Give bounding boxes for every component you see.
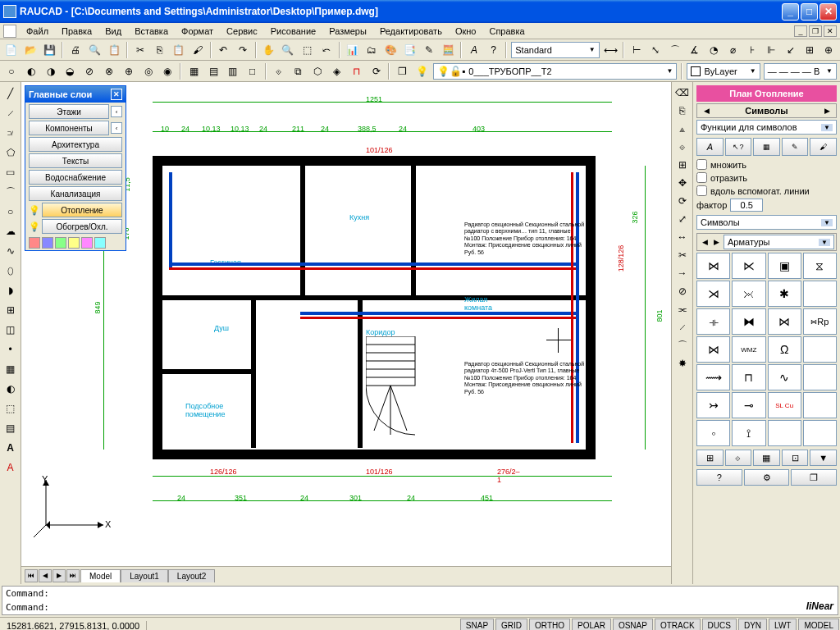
symbol-valve-13[interactable]: ⋈ — [696, 336, 730, 363]
print-icon[interactable]: 🖨 — [66, 41, 84, 59]
symbol-valve-2[interactable]: ⋉ — [732, 253, 765, 279]
insert-block-icon[interactable]: ⊞ — [2, 301, 20, 319]
layer-components-toggle[interactable]: ‹ — [111, 122, 122, 134]
symbol-valve-22[interactable]: ⊸ — [732, 392, 765, 418]
layer-swatch-5[interactable] — [81, 237, 93, 249]
fillet-icon[interactable]: ⌒ — [673, 336, 692, 354]
minimize-button[interactable]: _ — [782, 3, 799, 21]
draw-4-icon[interactable]: ◒ — [61, 62, 79, 80]
offset-icon[interactable]: ⟐ — [673, 138, 692, 156]
symbol-valve-9[interactable]: ⟛ — [696, 308, 730, 335]
symbols-dropdown[interactable]: Символы▼ — [696, 215, 837, 230]
menu-service[interactable]: Сервис — [220, 25, 264, 38]
linetype-combo[interactable]: — — — — B ▼ — [764, 63, 837, 80]
ellipse-arc-icon[interactable]: ◗ — [2, 281, 20, 299]
dim-center-icon[interactable]: ⊕ — [820, 41, 838, 59]
symbol-valve-21[interactable]: ↣ — [696, 392, 730, 418]
menu-view[interactable]: Вид — [98, 25, 128, 38]
symbol-valve-17[interactable]: ⟿ — [696, 364, 730, 390]
toggle-snap[interactable]: SNAP — [460, 619, 494, 630]
functions-dropdown[interactable]: Функции для символов▼ — [696, 120, 837, 135]
draw-1-icon[interactable]: ○ — [2, 62, 21, 80]
armature-dropdown[interactable]: Арматуры▼ — [724, 235, 834, 249]
layer-architecture[interactable]: Архитектура — [29, 137, 122, 152]
panel-btn-4[interactable]: ⊡ — [782, 450, 809, 466]
properties-icon[interactable]: 📊 — [344, 41, 361, 59]
layers-palette-title[interactable]: Главные слои ✕ — [25, 86, 126, 103]
pan-icon[interactable]: ✋ — [260, 41, 277, 59]
armature-prev-icon[interactable]: ◀ — [699, 238, 710, 246]
symbol-valve-5[interactable]: ⋊ — [696, 281, 730, 307]
factor-input[interactable] — [730, 199, 763, 212]
dim-style-icon[interactable]: ⟷ — [602, 41, 619, 59]
layer-states-icon[interactable]: 💡 — [413, 62, 431, 80]
tool-palettes-icon[interactable]: 🎨 — [381, 41, 399, 59]
chk-multiply[interactable] — [696, 159, 707, 170]
tab-nav-next-icon[interactable]: ▶ — [52, 569, 66, 582]
symbol-valve-19[interactable]: ∿ — [768, 364, 801, 390]
toggle-grid[interactable]: GRID — [495, 619, 527, 630]
dim-baseline-icon[interactable]: ⊩ — [762, 41, 779, 59]
line-icon[interactable]: ╱ — [2, 84, 20, 103]
explode-icon[interactable]: ✸ — [673, 354, 692, 372]
erase-icon[interactable]: ⌫ — [673, 84, 692, 102]
draw-7-icon[interactable]: ⊕ — [120, 62, 138, 80]
undo-icon[interactable]: ↶ — [215, 41, 232, 59]
command-area[interactable]: Command: Command: — [2, 586, 838, 615]
armature-next-icon[interactable]: ▶ — [710, 238, 722, 246]
copy2-icon[interactable]: ⎘ — [673, 102, 692, 120]
toggle-lwt[interactable]: LWT — [769, 619, 797, 630]
copy-icon[interactable]: ⎘ — [150, 41, 167, 59]
toggle-osnap[interactable]: OSNAP — [613, 619, 653, 630]
tab-layout2[interactable]: Layout2 — [168, 569, 216, 582]
menu-draw[interactable]: Рисование — [264, 25, 322, 38]
layer-swatch-3[interactable] — [55, 237, 66, 249]
symbol-valve-16[interactable] — [803, 336, 837, 363]
new-icon[interactable]: 📄 — [2, 41, 20, 59]
tab-nav-last-icon[interactable]: ⏭ — [66, 569, 80, 582]
mdi-restore-button[interactable]: ❐ — [809, 25, 822, 37]
modify-5-icon[interactable]: ⟐ — [270, 62, 288, 80]
save-icon[interactable]: 💾 — [41, 41, 58, 59]
rectangle-icon[interactable]: ▭ — [2, 163, 20, 181]
revcloud-icon[interactable]: ☁ — [2, 222, 20, 240]
layer-floors-toggle[interactable]: ‹ — [111, 106, 122, 117]
menu-format[interactable]: Формат — [175, 25, 220, 38]
func-btn-grid[interactable]: ▦ — [753, 138, 780, 156]
maximize-button[interactable]: □ — [801, 3, 818, 21]
mdi-min-button[interactable]: _ — [794, 25, 807, 37]
dim-arc-icon[interactable]: ⌒ — [666, 41, 683, 59]
panel-btn-2[interactable]: ⟐ — [725, 450, 752, 466]
section-next-icon[interactable]: ▶ — [821, 107, 833, 115]
dim-tolerance-icon[interactable]: ⊞ — [801, 41, 818, 59]
symbol-valve-3[interactable]: ▣ — [768, 253, 801, 279]
help-icon[interactable]: ? — [485, 41, 502, 59]
stretch-icon[interactable]: ↔ — [673, 228, 692, 246]
layer-water[interactable]: Водоснабжение — [29, 170, 122, 185]
panel-help-button[interactable]: ? — [696, 469, 742, 486]
dim-diameter-icon[interactable]: ⌀ — [724, 41, 741, 59]
symbol-valve-1[interactable]: ⋈ — [696, 253, 730, 279]
draw-2-icon[interactable]: ◐ — [22, 62, 40, 80]
paste-icon[interactable]: 📋 — [170, 41, 187, 59]
symbol-valve-18[interactable]: ⊓ — [732, 364, 765, 390]
dtext-icon[interactable]: A — [2, 459, 20, 477]
dim-leader-icon[interactable]: ↙ — [782, 41, 799, 59]
tab-layout1[interactable]: Layout1 — [121, 569, 168, 582]
layer-texts[interactable]: Тексты — [29, 153, 122, 168]
arc-icon[interactable]: ⌒ — [2, 183, 20, 201]
menu-edit[interactable]: Правка — [55, 25, 98, 38]
mtext-icon[interactable]: A — [2, 439, 20, 457]
gradient-icon[interactable]: ◐ — [2, 380, 20, 398]
symbol-valve-6[interactable]: ⩙ — [732, 281, 765, 307]
modify-3-icon[interactable]: ▥ — [224, 62, 242, 80]
layer-heating[interactable]: Отопление — [42, 203, 122, 217]
layer-swatch-6[interactable] — [94, 237, 106, 249]
array-icon[interactable]: ⊞ — [673, 156, 692, 174]
scale-icon[interactable]: ⤢ — [673, 210, 692, 228]
zoom-prev-icon[interactable]: ⤺ — [317, 41, 335, 59]
tab-model[interactable]: Model — [80, 569, 121, 582]
extend-icon[interactable]: → — [673, 264, 692, 282]
modify-2-icon[interactable]: ▤ — [204, 62, 222, 80]
region-icon[interactable]: ⬚ — [2, 399, 20, 418]
